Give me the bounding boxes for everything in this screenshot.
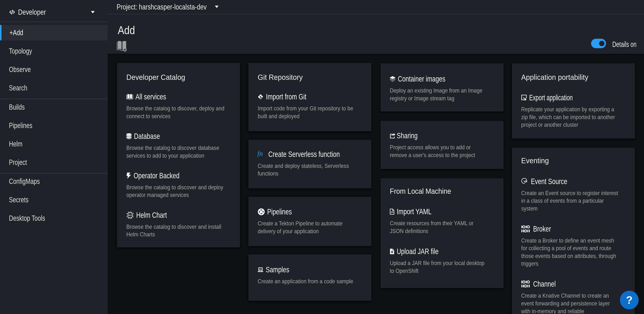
svg-text:fn: fn <box>258 151 263 157</box>
svg-text:HELM: HELM <box>127 214 133 216</box>
